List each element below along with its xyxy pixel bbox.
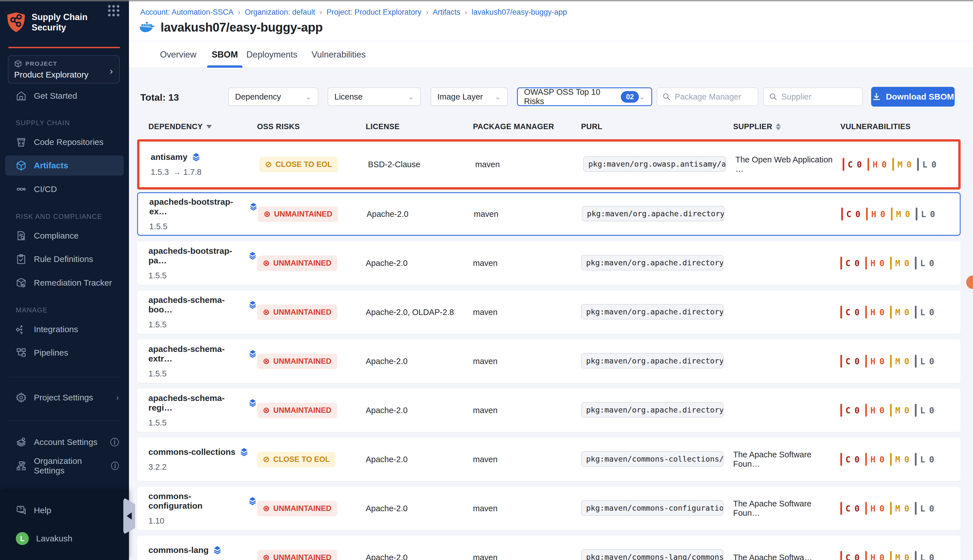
breadcrumb-artifact-name[interactable]: lavakush07/easy-buggy-app <box>471 8 567 17</box>
section-label-manage: MANAGE <box>16 306 48 314</box>
sidebar: Supply Chain Security PROJECT Product Ex… <box>0 0 129 560</box>
column-supplier[interactable]: SUPPLIER <box>733 122 840 131</box>
tab-sbom[interactable]: SBOM <box>212 42 238 68</box>
chevron-right-icon: › <box>116 393 119 402</box>
sidebar-item-organization-settings[interactable]: Organization Settings i <box>0 456 129 476</box>
sidebar-item-code-repositories[interactable]: Code Repositories <box>0 132 129 152</box>
purl-value[interactable]: pkg:maven/commons-collections/co… <box>581 451 724 467</box>
table-row[interactable]: apacheds-bootstrap-pa… 1.5.5 UNMAINTAINE… <box>137 242 961 285</box>
tab-deployments[interactable]: Deployments <box>246 42 298 68</box>
sidebar-item-account-settings[interactable]: Account Settings i <box>0 432 129 452</box>
supplier-cell: The Apache Software Foun… <box>733 450 840 468</box>
sidebar-item-pipelines[interactable]: Pipelines <box>0 343 129 363</box>
purl-value[interactable]: pkg:maven/org.apache.directory.s… <box>582 206 724 222</box>
breadcrumb-artifacts[interactable]: Artifacts <box>433 8 460 17</box>
sort-desc-icon <box>206 125 212 128</box>
sidebar-item-project-settings[interactable]: Project Settings › <box>0 387 129 408</box>
critical-count: C0 <box>840 355 859 368</box>
sidebar-item-rule-definitions[interactable]: Rule Definitions <box>0 249 129 269</box>
license-cell: Apache-2.0 <box>366 406 473 415</box>
breadcrumb-project[interactable]: Project: Product Exploratory <box>326 8 421 17</box>
search-icon <box>769 92 777 101</box>
oss-risk-cell: CLOSE TO EOL <box>257 452 366 467</box>
table-row[interactable]: commons-collections 3.2.2 CLOSE TO EOL A… <box>137 438 961 481</box>
tab-bar: Overview SBOM Deployments Vulnerabilitie… <box>129 42 973 68</box>
oss-risk-cell: UNMAINTAINED <box>257 550 366 560</box>
risk-badge: UNMAINTAINED <box>257 305 337 320</box>
package-manager-cell: maven <box>473 258 581 268</box>
high-count: H0 <box>865 551 884 560</box>
package-manager-cell: maven <box>473 308 581 317</box>
vulnerabilities-cell: C0 H0 M0 L0 <box>840 551 961 560</box>
box-wrench-icon <box>16 277 27 288</box>
purl-value[interactable]: pkg:maven/org.apache.directory.s… <box>581 353 724 368</box>
tab-vulnerabilities[interactable]: Vulnerabilities <box>311 42 366 68</box>
package-manager-input[interactable] <box>675 92 752 102</box>
app-logo: Supply Chain Security <box>7 12 122 33</box>
column-package-manager: PACKAGE MANAGER <box>473 122 581 131</box>
sidebar-item-get-started[interactable]: Get Started <box>0 86 129 106</box>
purl-value[interactable]: pkg:maven/org.owasp.antisamy/ant… <box>583 156 726 172</box>
dependency-cell: commons-collections 3.2.2 <box>149 447 257 472</box>
breadcrumb-organization[interactable]: Organization: default <box>245 8 315 17</box>
purl-value[interactable]: pkg:maven/commons-lang/commons-l… <box>581 549 724 560</box>
dependency-version: 1.5.5 <box>149 222 258 231</box>
section-label-risk-compliance: RISK AND COMPLIANCE <box>16 213 102 220</box>
project-label: PROJECT <box>25 60 57 67</box>
supplier-cell: The Apache Softwa… <box>733 553 840 560</box>
app-title: Supply Chain Security <box>32 12 87 33</box>
filter-license[interactable]: License⌄ <box>328 87 421 106</box>
dependency-version: 1.10 <box>149 516 257 526</box>
oss-risk-cell: UNMAINTAINED <box>257 403 366 418</box>
column-dependency[interactable]: DEPENDENCY <box>149 122 257 131</box>
table-row[interactable]: apacheds-bootstrap-ex… 1.5.5 UNMAINTAINE… <box>137 192 961 236</box>
purl-value[interactable]: pkg:maven/org.apache.directory.s… <box>581 402 724 418</box>
breadcrumb-account[interactable]: Account: Automation-SSCA <box>140 8 233 17</box>
table-row[interactable]: apacheds-schema-extr… 1.5.5 UNMAINTAINED… <box>137 340 961 383</box>
arrow-right-icon: → <box>173 167 181 177</box>
purl-value[interactable]: pkg:maven/commons-configuration/… <box>581 500 724 516</box>
app-switcher-grid-icon[interactable] <box>108 5 119 17</box>
table-row[interactable]: antisamy 1.5.3 → 1.7.8 CLOSE TO EOL BSD-… <box>137 139 961 190</box>
shield-logo-icon <box>7 12 25 33</box>
filter-dependency[interactable]: Dependency⌄ <box>228 87 318 106</box>
info-icon[interactable]: i <box>111 462 119 470</box>
sidebar-item-compliance[interactable]: Compliance <box>0 226 129 246</box>
brand-divider <box>8 47 120 48</box>
purl-value[interactable]: pkg:maven/org.apache.directory.s… <box>581 255 724 270</box>
column-license: LICENSE <box>366 122 473 131</box>
package-manager-search <box>657 87 758 106</box>
table-row[interactable]: apacheds-schema-regi… 1.5.5 UNMAINTAINED… <box>137 388 961 432</box>
sidebar-item-artifacts[interactable]: Artifacts <box>5 155 124 176</box>
filter-image-layer[interactable]: Image Layer⌄ <box>431 87 508 106</box>
search-icon <box>662 92 671 101</box>
high-count: H0 <box>865 257 884 270</box>
sidebar-item-remediation-tracker[interactable]: Remediation Tracker <box>0 273 129 293</box>
chevron-down-icon: ⌄ <box>408 92 414 101</box>
risk-badge-icon <box>263 504 270 513</box>
info-icon[interactable]: i <box>110 438 119 447</box>
sidebar-item-help[interactable]: Help <box>0 500 129 520</box>
purl-value[interactable]: pkg:maven/org.apache.directory.s… <box>581 304 724 320</box>
download-sbom-button[interactable]: Download SBOM <box>871 87 955 107</box>
dependency-name: apacheds-schema-extr… <box>149 344 244 363</box>
project-selector[interactable]: PROJECT Product Exploratory › <box>8 55 120 83</box>
critical-count: C0 <box>840 453 859 466</box>
supplier-input[interactable] <box>781 92 857 102</box>
chevron-down-icon: ⌄ <box>305 92 311 101</box>
tab-overview[interactable]: Overview <box>160 42 196 68</box>
user-menu[interactable]: L Lavakush <box>0 528 129 549</box>
low-count: L0 <box>917 158 936 171</box>
sidebar-item-cicd[interactable]: CI/CD <box>0 179 129 199</box>
dependency-cell: commons-configuration 1.10 <box>149 492 257 526</box>
table-row[interactable]: commons-configuration 1.10 UNMAINTAINED … <box>137 487 961 530</box>
sidebar-footer: Help L Lavakush <box>0 492 129 560</box>
package-manager-cell: maven <box>473 406 581 415</box>
infinity-icon <box>16 184 27 195</box>
pipelines-icon <box>16 347 27 358</box>
license-cell: Apache-2.0 <box>366 504 473 513</box>
table-row[interactable]: commons-lang 2.6 UNMAINTAINED Apache-2.0… <box>137 536 961 560</box>
filter-owasp-risks[interactable]: OWASP OSS Top 10 Risks 02 ⌄ <box>517 87 652 106</box>
sidebar-item-integrations[interactable]: Integrations <box>0 319 129 340</box>
table-row[interactable]: apacheds-schema-boo… 1.5.5 UNMAINTAINED … <box>137 290 961 334</box>
